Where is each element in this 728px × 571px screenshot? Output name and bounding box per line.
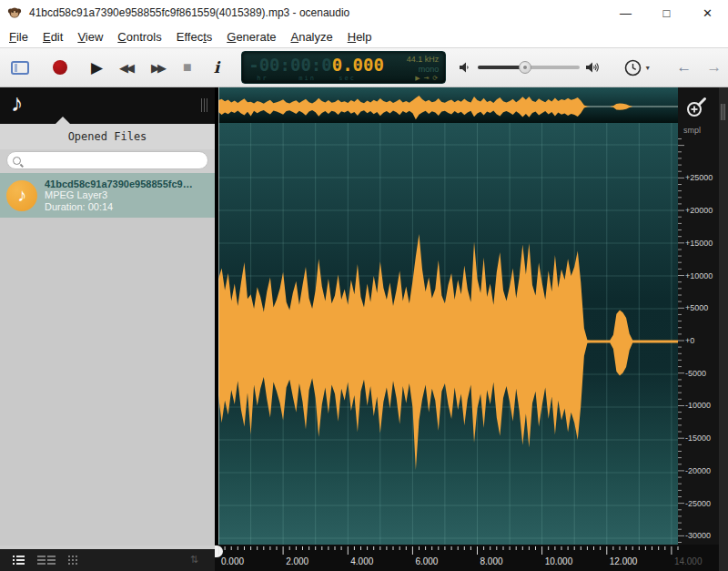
volume-group <box>459 61 601 74</box>
clock-icon <box>624 59 642 76</box>
sidebar-tabbar: ♪ <box>0 87 215 124</box>
right-panel-strip[interactable] <box>719 87 728 571</box>
window-title: 41bcd58c91a7390e958855fc9f861559(4015389… <box>29 6 349 19</box>
playback-mode-icons: ▶ ⇥ ⟳ <box>415 75 439 82</box>
time-axis-label: 10.000 <box>545 556 573 566</box>
window-controls: — □ ✕ <box>605 0 728 25</box>
amplitude-axis: smpl +25000+20000+15000+10000+5000+0-500… <box>678 87 719 545</box>
info-button[interactable]: i <box>214 58 219 76</box>
amplitude-axis-label: -30000 <box>685 531 711 540</box>
time-unit-min: min <box>298 75 316 82</box>
amplitude-axis-label: +10000 <box>685 271 713 280</box>
time-unit-sec: sec <box>339 75 356 82</box>
amplitude-axis-label: +25000 <box>685 173 713 182</box>
file-meta: 41bcd58c91a7390e958855fc9… MPEG Layer3 D… <box>45 178 193 213</box>
minimize-button[interactable]: — <box>605 0 646 25</box>
time-digits-dim: -00:00:0 <box>248 55 332 75</box>
time-axis-label: 0.000 <box>221 556 244 566</box>
waveform-overview-svg <box>218 87 678 123</box>
file-list-item[interactable]: ♪ 41bcd58c91a7390e958855fc9… MPEG Layer3… <box>0 173 215 218</box>
waveform-svg <box>218 123 678 545</box>
sidebar-grip-icon[interactable] <box>201 98 207 112</box>
menu-item-file[interactable]: File <box>2 27 35 46</box>
waveform-main-view[interactable] <box>218 123 678 545</box>
list-detail-view-icon[interactable] <box>13 556 25 565</box>
amplitude-ticks <box>678 87 687 548</box>
record-button[interactable] <box>53 60 67 75</box>
amplitude-axis-label: +15000 <box>685 239 713 248</box>
file-list: ♪ 41bcd58c91a7390e958855fc9… MPEG Layer3… <box>0 173 215 546</box>
sidebar-bottombar: ⇅ <box>0 549 215 571</box>
time-axis-label: 2.000 <box>286 556 308 566</box>
amplitude-axis-label: +0 <box>685 336 694 345</box>
volume-slider[interactable] <box>478 61 580 74</box>
stop-button[interactable]: ■ <box>183 59 192 76</box>
channel-mode-label: mono <box>419 65 440 74</box>
rewind-button[interactable]: ◀◀ <box>119 61 135 75</box>
toolbar: ▶ ◀◀ ▶▶ ■ i -00:00:00.000 hr min sec 44.… <box>0 47 728 87</box>
time-axis-label: 8.000 <box>480 556 503 566</box>
sample-rate-label: 44.1 kHz <box>407 55 440 64</box>
music-note-tab-icon[interactable]: ♪ <box>11 89 24 117</box>
menu-item-controls[interactable]: Controls <box>110 27 168 46</box>
list-compact-view-icon[interactable] <box>37 556 56 565</box>
amplitude-axis-label: -20000 <box>685 466 711 475</box>
sidebar-toggle-button[interactable] <box>11 61 29 75</box>
close-button[interactable]: ✕ <box>687 0 728 25</box>
search-icon <box>13 157 21 165</box>
menubar: FileEditViewControlsEffectsGenerateAnaly… <box>0 25 728 47</box>
menu-item-generate[interactable]: Generate <box>219 27 283 46</box>
zoom-plus-icon[interactable] <box>685 96 709 119</box>
time-digits-bright: 0.000 <box>332 55 384 75</box>
search-box[interactable] <box>6 151 208 169</box>
volume-track-empty <box>525 66 580 69</box>
amplitude-axis-label: -15000 <box>685 433 711 443</box>
time-axis-label: 6.000 <box>415 556 438 566</box>
amplitude-axis-label: -10000 <box>685 401 711 410</box>
volume-high-icon[interactable] <box>585 61 601 74</box>
sort-icon[interactable]: ⇅ <box>190 554 198 566</box>
time-axis-label: 4.000 <box>350 556 373 566</box>
search-input[interactable] <box>25 155 207 166</box>
file-format: MPEG Layer3 <box>45 189 193 201</box>
audio-file-icon: ♪ <box>6 180 37 211</box>
amplitude-axis-label: +20000 <box>685 206 713 215</box>
amplitude-axis-label: +5000 <box>685 303 708 312</box>
volume-handle[interactable] <box>519 61 531 74</box>
time-ruler[interactable]: 0.0002.0004.0006.0008.00010.00012.00014.… <box>215 545 728 571</box>
nav-forward-button[interactable]: → <box>706 58 722 76</box>
history-caret-icon: ▼ <box>644 65 651 71</box>
menu-item-effects[interactable]: Effects <box>169 27 220 46</box>
menu-item-view[interactable]: View <box>70 27 110 46</box>
file-name: 41bcd58c91a7390e958855fc9… <box>45 178 193 189</box>
time-display[interactable]: -00:00:00.000 hr min sec 44.1 kHz mono ▶… <box>241 51 446 84</box>
ocenaudio-window: 41bcd58c91a7390e958855fc9f861559(4015389… <box>0 0 728 571</box>
time-digits: -00:00:00.000 <box>248 55 384 75</box>
grid-view-icon[interactable] <box>68 556 77 565</box>
sidebar: ♪ Opened Files ♪ 41bcd58c91a7390e958855f… <box>0 87 215 571</box>
waveform-overview[interactable] <box>218 87 678 123</box>
play-button[interactable]: ▶ <box>91 58 103 77</box>
menu-item-help[interactable]: Help <box>340 27 379 46</box>
menu-item-edit[interactable]: Edit <box>35 27 70 46</box>
playhead-line[interactable] <box>218 87 219 545</box>
menu-item-analyze[interactable]: Analyze <box>283 27 339 46</box>
volume-low-icon[interactable] <box>459 61 472 74</box>
time-axis-label: 14.000 <box>674 556 703 566</box>
history-button[interactable]: ▼ <box>624 59 651 76</box>
maximize-button[interactable]: □ <box>646 0 687 25</box>
amplitude-axis-label: -5000 <box>685 369 706 378</box>
fast-forward-button[interactable]: ▶▶ <box>151 61 167 75</box>
time-unit-hr: hr <box>257 75 268 82</box>
nav-back-button[interactable]: ← <box>676 58 692 76</box>
panel-title: Opened Files <box>0 124 215 149</box>
amplitude-axis-label: -25000 <box>685 499 711 508</box>
title-bar: 41bcd58c91a7390e958855fc9f861559(4015389… <box>0 0 728 25</box>
file-duration: Duration: 00:14 <box>45 201 193 213</box>
time-axis-label: 12.000 <box>610 556 638 566</box>
right-panel-grip-icon[interactable] <box>721 104 725 120</box>
app-icon <box>7 5 22 20</box>
